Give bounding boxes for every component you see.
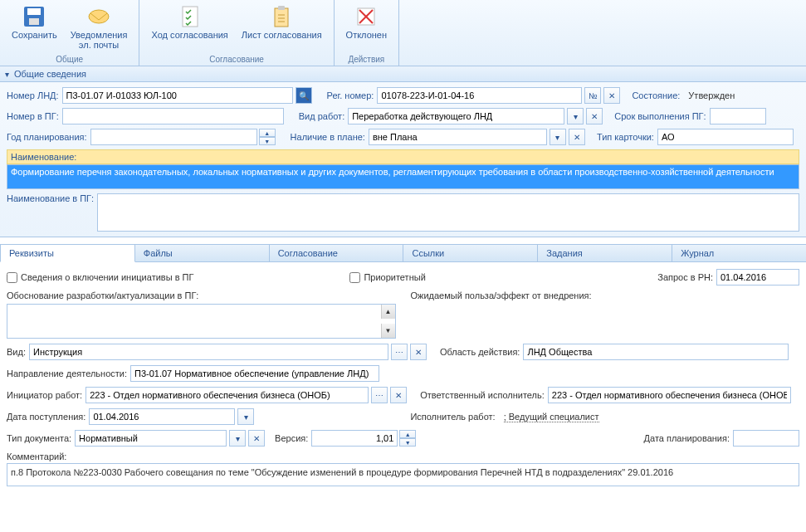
direction-input[interactable] <box>130 365 379 382</box>
receipt-date-dropdown-button[interactable]: ▾ <box>237 408 254 425</box>
initiative-in-pg-input[interactable] <box>7 272 17 283</box>
work-type-clear-button[interactable]: ✕ <box>586 108 603 124</box>
pg-name-input[interactable] <box>97 193 799 232</box>
plan-date-label: Дата планирования: <box>644 433 730 443</box>
reg-number-input[interactable] <box>377 87 582 104</box>
in-plan-input[interactable] <box>369 129 547 145</box>
group-title-common: Общие <box>5 55 134 66</box>
plan-year-spin-up[interactable]: ▲ <box>259 129 276 137</box>
section-title: Общие сведения <box>14 69 86 79</box>
justification-input[interactable]: ▲ ▼ <box>7 304 396 339</box>
priority-label: Приоритетный <box>364 272 425 282</box>
doc-type-label: Тип документа: <box>7 433 71 443</box>
section-header-general[interactable]: ▾ Общие сведения <box>0 66 806 82</box>
reg-number-clear-button[interactable]: ✕ <box>603 87 620 104</box>
initiator-dots-button[interactable]: ⋯ <box>371 387 388 403</box>
pg-number-input[interactable] <box>62 108 284 124</box>
svg-rect-2 <box>29 18 39 25</box>
reg-number-no-button[interactable]: № <box>584 87 601 104</box>
receipt-date-label: Дата поступления: <box>7 412 85 422</box>
lnd-number-input[interactable] <box>62 87 293 104</box>
ribbon-group-common: Сохранить Уведомления эл. почты Общие <box>0 0 139 66</box>
work-type-dropdown-button[interactable]: ▾ <box>567 108 584 124</box>
tab-strip: Реквизиты Файлы Согласование Ссылки Зада… <box>0 244 806 262</box>
doc-type-dropdown-button[interactable]: ▾ <box>229 430 246 447</box>
approval-sheet-label: Лист согласования <box>242 30 322 40</box>
kind-input[interactable] <box>29 344 388 360</box>
tab-links[interactable]: Ссылки <box>403 244 538 261</box>
lnd-lookup-button[interactable]: 🔍 <box>296 87 312 104</box>
kind-dots-button[interactable]: ⋯ <box>391 344 408 360</box>
priority-input[interactable] <box>349 272 360 283</box>
initiative-in-pg-label: Сведения о включении инициативы в ПГ <box>21 272 193 282</box>
deadline-input[interactable] <box>710 108 766 124</box>
name-value[interactable]: Формирование перечня законодательных, ло… <box>7 164 799 189</box>
in-plan-label: Наличие в плане: <box>291 132 365 142</box>
scope-input[interactable] <box>523 344 789 360</box>
version-spin-up[interactable]: ▲ <box>399 430 416 438</box>
envelope-icon <box>86 3 111 30</box>
name-label: Наименование: <box>7 149 799 164</box>
receipt-date-input[interactable] <box>89 408 235 425</box>
priority-checkbox[interactable]: Приоритетный <box>349 272 425 283</box>
ribbon-group-approval: Ход согласования Лист согласования Согла… <box>139 0 334 66</box>
chevron-down-icon: ▾ <box>5 70 9 79</box>
approval-progress-label: Ход согласования <box>151 30 227 40</box>
justification-scroll-up[interactable]: ▲ <box>381 305 395 319</box>
tab-tasks[interactable]: Задания <box>537 244 672 261</box>
checklist-icon <box>180 3 200 30</box>
tab-approval[interactable]: Согласование <box>269 244 404 261</box>
state-label: Состояние: <box>632 90 680 100</box>
version-label: Версия: <box>275 433 308 443</box>
comment-input[interactable]: п.8 Протокола №223-0030 Рабочего совещан… <box>7 463 799 486</box>
initiator-label: Инициатор работ: <box>7 390 82 400</box>
group-title-actions: Действия <box>339 55 393 66</box>
save-button[interactable]: Сохранить <box>5 2 64 55</box>
initiator-input[interactable] <box>85 387 369 403</box>
responsible-label: Ответственный исполнитель: <box>420 390 545 400</box>
rejected-button[interactable]: Отклонен <box>339 2 393 55</box>
email-notify-label: Уведомления эл. почты <box>71 30 128 50</box>
approval-progress-button[interactable]: Ход согласования <box>144 2 234 55</box>
plan-year-input[interactable] <box>90 129 257 145</box>
card-type-input[interactable] <box>657 129 794 145</box>
doc-type-input[interactable] <box>75 430 227 447</box>
in-plan-clear-button[interactable]: ✕ <box>569 129 585 145</box>
performer-value[interactable]: ; Ведущий специалист <box>504 412 599 422</box>
kind-clear-button[interactable]: ✕ <box>410 344 427 360</box>
ribbon-group-actions: Отклонен Действия <box>335 0 399 66</box>
kind-label: Вид: <box>7 347 26 357</box>
save-label: Сохранить <box>12 30 57 40</box>
plan-date-input[interactable] <box>733 430 799 447</box>
request-rn-input[interactable] <box>716 269 799 286</box>
comment-label: Комментарий: <box>7 451 66 461</box>
plan-year-spin-down[interactable]: ▼ <box>259 137 276 145</box>
lnd-number-label: Номер ЛНД: <box>7 90 59 100</box>
reject-icon <box>354 3 378 30</box>
version-spin-down[interactable]: ▼ <box>399 438 416 447</box>
general-form: Номер ЛНД: 🔍 Рег. номер: № ✕ Состояние: … <box>0 82 806 237</box>
doc-type-clear-button[interactable]: ✕ <box>248 430 265 447</box>
version-input[interactable] <box>311 430 398 447</box>
plan-year-label: Год планирования: <box>7 132 87 142</box>
rejected-label: Отклонен <box>346 30 387 40</box>
approval-sheet-button[interactable]: Лист согласования <box>235 2 329 55</box>
in-plan-dropdown-button[interactable]: ▾ <box>550 129 566 145</box>
tab-details[interactable]: Реквизиты <box>0 244 135 262</box>
performer-label: Исполнитель работ: <box>410 412 495 422</box>
state-value: Утвержден <box>683 90 735 100</box>
responsible-input[interactable] <box>548 387 791 403</box>
svg-rect-5 <box>275 8 288 27</box>
svg-rect-1 <box>27 8 41 15</box>
justification-scroll-down[interactable]: ▼ <box>381 324 395 338</box>
request-rn-label: Запрос в РН: <box>657 272 713 282</box>
pg-number-label: Номер в ПГ: <box>7 111 59 121</box>
initiator-clear-button[interactable]: ✕ <box>390 387 407 403</box>
justification-label: Обоснование разработки/актуализации в ПГ… <box>7 290 396 300</box>
pg-name-label: Наименование в ПГ: <box>7 193 94 203</box>
email-notify-button[interactable]: Уведомления эл. почты <box>64 2 134 55</box>
tab-files[interactable]: Файлы <box>134 244 270 261</box>
tab-journal[interactable]: Журнал <box>672 244 806 261</box>
initiative-in-pg-checkbox[interactable]: Сведения о включении инициативы в ПГ <box>7 272 193 283</box>
work-type-input[interactable] <box>348 108 564 124</box>
